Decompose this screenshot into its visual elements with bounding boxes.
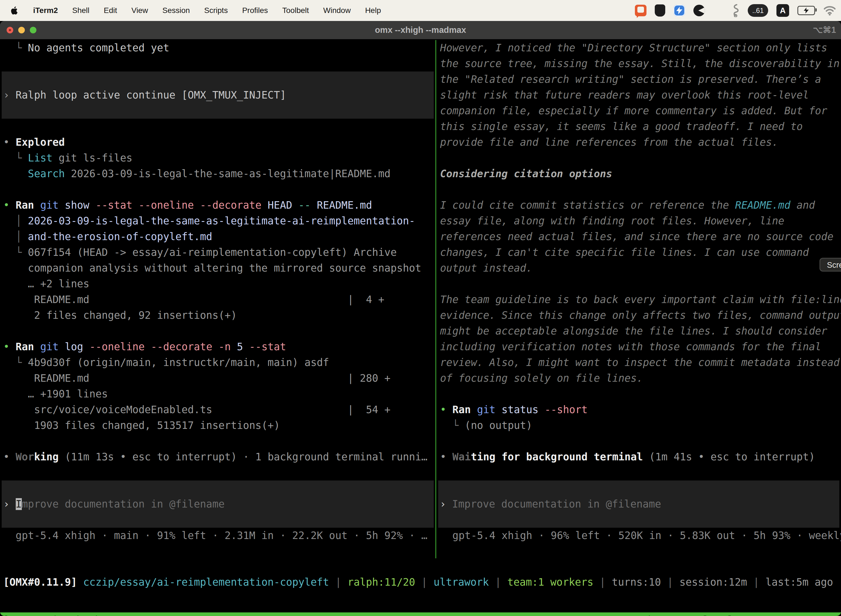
window-shortcut-badge: ⌥⌘1 (813, 21, 836, 39)
ran-git-show: • Ran git show --stat --oneline --decora… (3, 197, 435, 213)
text-segment: --oneline --decorate (89, 341, 218, 353)
text-segment: | (747, 576, 765, 588)
log-stat-readme: README.md | 280 + (3, 370, 435, 386)
menu-bar: iTerm2ShellEditViewSessionScriptsProfile… (0, 0, 841, 21)
injected-message-text: Ralph loop active continue [OMX_TMUX_INJ… (16, 89, 286, 101)
text-segment: references need actual files, and since … (440, 231, 834, 243)
text-segment: --stat --oneline --decorate (95, 199, 268, 211)
text-segment: log (65, 341, 89, 353)
text-segment (77, 576, 83, 588)
reasoning: might be acceptable alongside the file l… (440, 323, 841, 339)
terminal-line (3, 323, 435, 339)
text-segment: gpt-5.4 xhigh · main · 91% left · 2.31M … (3, 529, 428, 541)
text-segment: 4b9d30f (origin/main, instructkr/main, m… (28, 356, 329, 368)
tmux-host-clock-label: "MacBook-Pro-44.local" 04:52 31-Mar-26 (605, 612, 838, 616)
iterm-window: omx --xhigh --madmax ⌥⌘1 └ No agents com… (0, 21, 841, 616)
left-prompt-input[interactable]: › Improve documentation in @filename (1, 481, 434, 528)
text-segment: Ran (16, 199, 40, 211)
terminal-line (3, 182, 435, 197)
pane-divider[interactable] (435, 40, 436, 558)
text-segment: git (40, 199, 65, 211)
right-pane-scrollback: However, I noticed the "Directory Struct… (440, 40, 841, 543)
surge-badge-icon[interactable] (674, 5, 685, 16)
apple-menu-icon[interactable] (10, 6, 19, 15)
menu-bar-left: iTerm2ShellEditViewSessionScriptsProfile… (10, 6, 381, 15)
text-segment: … +1901 lines (28, 388, 108, 400)
text-segment: The team guideline is to back every impo… (440, 294, 841, 305)
terminal-area: └ No agents completed yet• Explored └ Li… (0, 39, 841, 616)
reasoning: essay file, along with finding root file… (440, 213, 841, 229)
text-segment: 2026-03-09-is-legal-the-same-as-legitima… (28, 215, 415, 227)
ran-git-log: • Ran git log --oneline --decorate -n 5 … (3, 339, 435, 355)
show-elided: … +2 lines (3, 276, 435, 292)
pie-circle-icon[interactable] (693, 5, 705, 16)
text-segment: Explored (16, 136, 65, 148)
message-chevron: › (3, 89, 16, 101)
text-segment: 5 (237, 341, 249, 353)
text-segment: | (415, 576, 434, 588)
text-segment: last:5m ago (765, 576, 833, 588)
menu-item-view[interactable]: View (131, 6, 148, 15)
menu-item-edit[interactable]: Edit (104, 6, 117, 15)
menu-item-session[interactable]: Session (162, 6, 190, 15)
chat-badge-icon[interactable] (635, 5, 646, 16)
notification-text: Scre (827, 261, 841, 269)
reasoning: output instead. (440, 260, 841, 276)
text-segment: • (3, 199, 16, 211)
left-terminal-pane[interactable]: └ No agents completed yet• Explored └ Li… (0, 40, 435, 543)
battery-icon[interactable] (797, 6, 815, 15)
grid-shield-icon[interactable] (655, 4, 665, 16)
menu-items: iTerm2ShellEditViewSessionScriptsProfile… (33, 6, 381, 15)
text-segment: output instead. (440, 262, 532, 274)
dots-grid-icon[interactable] (713, 5, 724, 16)
timer-badge-icon[interactable]: ..61 (748, 4, 768, 17)
text-segment: └ (3, 356, 28, 368)
text-segment: | (329, 576, 348, 588)
reasoning: of focusing solely on file lines. (440, 370, 841, 386)
menu-item-toolbelt[interactable]: Toolbelt (282, 6, 309, 15)
text-segment: • (440, 404, 453, 416)
text-segment: and-the-erosion-of-copyleft.md (28, 231, 212, 243)
prompt-chevron: › (3, 498, 16, 510)
text-segment: --stat (249, 341, 286, 353)
squiggle-icon[interactable] (732, 4, 740, 17)
terminal-line (440, 182, 841, 197)
ran-git-status: • Ran git status --short (440, 402, 841, 418)
text-segment: HEAD (268, 199, 298, 211)
right-terminal-pane[interactable]: However, I noticed the "Directory Struct… (437, 40, 841, 543)
right-prompt-input[interactable]: › Improve documentation in @filename (438, 481, 840, 528)
log-stat-summary: 1903 files changed, 513517 insertions(+) (3, 418, 435, 433)
explored-header: • Explored (3, 134, 435, 150)
text-segment: 2026-03-09-is-legal-the-same-as-legitima… (65, 168, 391, 180)
reasoning: the "Related research writing" section i… (440, 72, 841, 87)
text-segment: Wai (453, 451, 471, 463)
tmux-session-label: [omx-cczip0:bash* (3, 612, 107, 616)
log-commit: └ 4b9d30f (origin/main, instructkr/main,… (3, 355, 435, 370)
reasoning: references need actual files, and since … (440, 229, 841, 245)
menu-item-iterm2[interactable]: iTerm2 (33, 6, 58, 15)
text-segment: Considering citation options (440, 168, 612, 180)
text-segment: changes, I can't cite specific file line… (440, 246, 809, 258)
input-source-icon[interactable]: A (777, 4, 789, 17)
text-segment: … +2 lines (28, 278, 89, 290)
status-output: └ (no output) (440, 418, 841, 433)
menu-item-help[interactable]: Help (365, 6, 381, 15)
text-segment: session:12m (679, 576, 747, 588)
terminal-line (440, 465, 841, 481)
explored-search: Search 2026-03-09-is-legal-the-same-as-l… (3, 166, 435, 182)
menu-item-shell[interactable]: Shell (72, 6, 89, 15)
text-segment: README.md (317, 199, 372, 211)
menu-bar-status-area: ..61 A (635, 4, 836, 17)
menu-item-profiles[interactable]: Profiles (242, 6, 268, 15)
window-title-bar[interactable]: omx --xhigh --madmax ⌥⌘1 (0, 21, 841, 39)
reasoning: slight risk that future readers may over… (440, 87, 841, 103)
menu-item-scripts[interactable]: Scripts (204, 6, 228, 15)
text-segment: └ (3, 152, 28, 164)
text-segment: team:1 workers (507, 576, 593, 588)
text-segment: git ls-files (53, 152, 132, 164)
menu-item-window[interactable]: Window (323, 6, 351, 15)
window-title: omx --xhigh --madmax (0, 21, 841, 39)
text-segment: the "Related research writing" section i… (440, 73, 821, 85)
text-segment: ralph:11/20 (347, 576, 415, 588)
wifi-icon[interactable] (823, 6, 836, 15)
